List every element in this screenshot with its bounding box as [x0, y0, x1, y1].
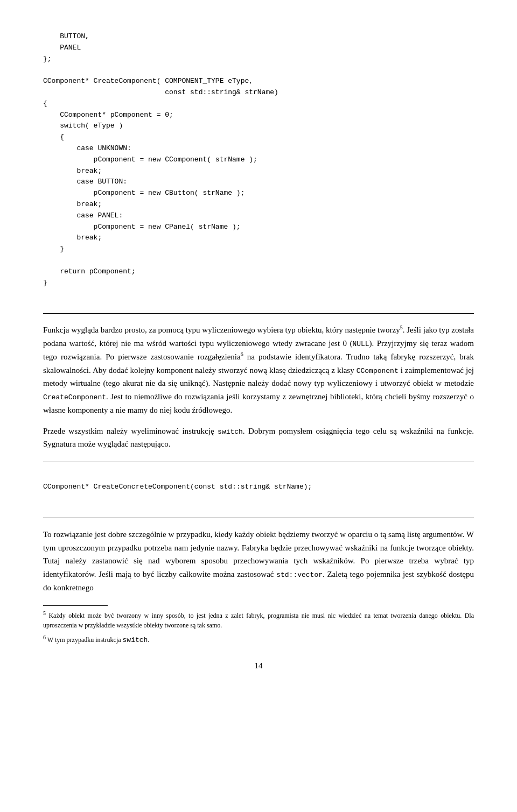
divider-3: [43, 518, 474, 518]
page-number: 14: [43, 661, 474, 670]
footnote-6: 6 W tym przypadku instrukcja switch.: [43, 633, 474, 646]
code-section-2: CComponent* CreateConcreteComponent(cons…: [43, 472, 474, 508]
paragraph-3: To rozwiązanie jest dobre szczególnie w …: [43, 528, 474, 595]
footnote-5: 5 Każdy obiekt może być tworzony w inny …: [43, 609, 474, 630]
code-block-2: CComponent* CreateConcreteComponent(cons…: [43, 477, 474, 497]
footnote-separator: [43, 605, 108, 606]
paragraph-1: Funkcja wygląda bardzo prosto, za pomocą…: [43, 323, 474, 416]
code-block-1: BUTTON, PANEL }; CComponent* CreateCompo…: [43, 27, 474, 293]
divider-2: [43, 462, 474, 462]
code-section-1: BUTTON, PANEL }; CComponent* CreateCompo…: [43, 22, 474, 303]
divider-1: [43, 313, 474, 314]
paragraph-2: Przede wszystkim należy wyeliminować ins…: [43, 425, 474, 451]
